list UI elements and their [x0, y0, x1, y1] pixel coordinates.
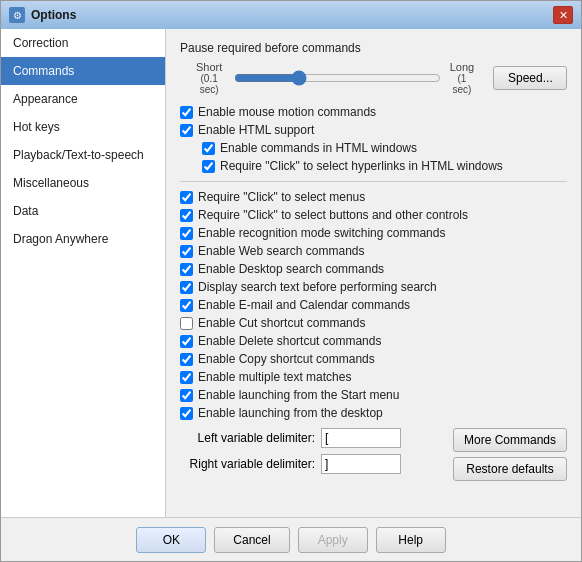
cb-multiple-text: Enable multiple text matches — [180, 370, 567, 384]
delimiter-fields: Left variable delimiter: Right variable … — [180, 428, 401, 480]
cb-recognition-mode-input[interactable] — [180, 227, 193, 240]
left-delimiter-row: Left variable delimiter: — [180, 428, 401, 448]
right-delimiter-row: Right variable delimiter: — [180, 454, 401, 474]
cb-html-support-input[interactable] — [180, 124, 193, 137]
cb-recognition-mode: Enable recognition mode switching comman… — [180, 226, 567, 240]
cb-click-buttons: Require "Click" to select buttons and ot… — [180, 208, 567, 222]
cb-start-menu: Enable launching from the Start menu — [180, 388, 567, 402]
cb-html-commands-label: Enable commands in HTML windows — [220, 141, 417, 155]
sidebar-item-miscellaneous[interactable]: Miscellaneous — [1, 169, 165, 197]
left-delimiter-label: Left variable delimiter: — [180, 431, 315, 445]
cb-email-calendar: Enable E-mail and Calendar commands — [180, 298, 567, 312]
sidebar-item-correction[interactable]: Correction — [1, 29, 165, 57]
cb-copy-shortcut: Enable Copy shortcut commands — [180, 352, 567, 366]
cancel-button[interactable]: Cancel — [214, 527, 289, 553]
cb-click-buttons-label: Require "Click" to select buttons and ot… — [198, 208, 468, 222]
cb-display-search-label: Display search text before performing se… — [198, 280, 437, 294]
right-delimiter-input[interactable] — [321, 454, 401, 474]
cb-desktop-search-label: Enable Desktop search commands — [198, 262, 384, 276]
help-button[interactable]: Help — [376, 527, 446, 553]
restore-defaults-button[interactable]: Restore defaults — [453, 457, 567, 481]
cb-recognition-mode-label: Enable recognition mode switching comman… — [198, 226, 445, 240]
right-delimiter-label: Right variable delimiter: — [180, 457, 315, 471]
cb-cut-shortcut: Enable Cut shortcut commands — [180, 316, 567, 330]
cb-display-search: Display search text before performing se… — [180, 280, 567, 294]
cb-web-search: Enable Web search commands — [180, 244, 567, 258]
cb-desktop-search-input[interactable] — [180, 263, 193, 276]
cb-desktop-launch: Enable launching from the desktop — [180, 406, 567, 420]
cb-mouse-motion-input[interactable] — [180, 106, 193, 119]
cb-click-menus-input[interactable] — [180, 191, 193, 204]
close-button[interactable]: ✕ — [553, 6, 573, 24]
cb-html-hyperlinks-label: Require "Click" to select hyperlinks in … — [220, 159, 503, 173]
cb-delete-shortcut-input[interactable] — [180, 335, 193, 348]
cb-multiple-text-input[interactable] — [180, 371, 193, 384]
cb-html-commands-input[interactable] — [202, 142, 215, 155]
divider — [180, 181, 567, 182]
cb-desktop-search: Enable Desktop search commands — [180, 262, 567, 276]
cb-html-support: Enable HTML support — [180, 123, 567, 137]
cb-mouse-motion-label: Enable mouse motion commands — [198, 105, 376, 119]
window-icon: ⚙ — [9, 7, 25, 23]
cb-html-hyperlinks-input[interactable] — [202, 160, 215, 173]
cb-web-search-label: Enable Web search commands — [198, 244, 365, 258]
cb-copy-shortcut-label: Enable Copy shortcut commands — [198, 352, 375, 366]
cb-click-menus: Require "Click" to select menus — [180, 190, 567, 204]
speed-slider[interactable] — [234, 70, 441, 86]
cb-cut-shortcut-input[interactable] — [180, 317, 193, 330]
speed-slider-row: Short (0.1 sec) Long (1 sec) Speed... — [190, 61, 567, 95]
delimiter-section: Left variable delimiter: Right variable … — [180, 428, 567, 481]
options-window: ⚙ Options ✕ Correction Commands Appearan… — [0, 0, 582, 562]
right-button-group: More Commands Restore defaults — [453, 428, 567, 481]
cb-delete-shortcut: Enable Delete shortcut commands — [180, 334, 567, 348]
cb-email-calendar-label: Enable E-mail and Calendar commands — [198, 298, 410, 312]
cb-delete-shortcut-label: Enable Delete shortcut commands — [198, 334, 381, 348]
cb-html-hyperlinks: Require "Click" to select hyperlinks in … — [202, 159, 567, 173]
cb-click-menus-label: Require "Click" to select menus — [198, 190, 365, 204]
sidebar-item-commands[interactable]: Commands — [1, 57, 165, 85]
window-title: Options — [31, 8, 553, 22]
more-commands-button[interactable]: More Commands — [453, 428, 567, 452]
cb-display-search-input[interactable] — [180, 281, 193, 294]
ok-button[interactable]: OK — [136, 527, 206, 553]
main-content: Pause required before commands Short (0.… — [166, 29, 581, 517]
apply-button[interactable]: Apply — [298, 527, 368, 553]
sidebar-item-hot-keys[interactable]: Hot keys — [1, 113, 165, 141]
sidebar-item-appearance[interactable]: Appearance — [1, 85, 165, 113]
title-bar: ⚙ Options ✕ — [1, 1, 581, 29]
cb-multiple-text-label: Enable multiple text matches — [198, 370, 351, 384]
window-body: Correction Commands Appearance Hot keys … — [1, 29, 581, 517]
sidebar-item-dragon-anywhere[interactable]: Dragon Anywhere — [1, 225, 165, 253]
sidebar-item-playback[interactable]: Playback/Text-to-speech — [1, 141, 165, 169]
cb-click-buttons-input[interactable] — [180, 209, 193, 222]
pause-label: Pause required before commands — [180, 41, 567, 55]
cb-mouse-motion: Enable mouse motion commands — [180, 105, 567, 119]
cb-start-menu-input[interactable] — [180, 389, 193, 402]
cb-web-search-input[interactable] — [180, 245, 193, 258]
cb-html-support-label: Enable HTML support — [198, 123, 314, 137]
cb-desktop-launch-input[interactable] — [180, 407, 193, 420]
cb-desktop-launch-label: Enable launching from the desktop — [198, 406, 383, 420]
slider-long-label: Long (1 sec) — [447, 61, 477, 95]
speed-button[interactable]: Speed... — [493, 66, 567, 90]
cb-start-menu-label: Enable launching from the Start menu — [198, 388, 399, 402]
sidebar: Correction Commands Appearance Hot keys … — [1, 29, 166, 517]
cb-html-commands: Enable commands in HTML windows — [202, 141, 567, 155]
cb-copy-shortcut-input[interactable] — [180, 353, 193, 366]
slider-short-label: Short (0.1 sec) — [190, 61, 228, 95]
cb-cut-shortcut-label: Enable Cut shortcut commands — [198, 316, 365, 330]
left-delimiter-input[interactable] — [321, 428, 401, 448]
bottom-bar: OK Cancel Apply Help — [1, 517, 581, 561]
cb-email-calendar-input[interactable] — [180, 299, 193, 312]
sidebar-item-data[interactable]: Data — [1, 197, 165, 225]
